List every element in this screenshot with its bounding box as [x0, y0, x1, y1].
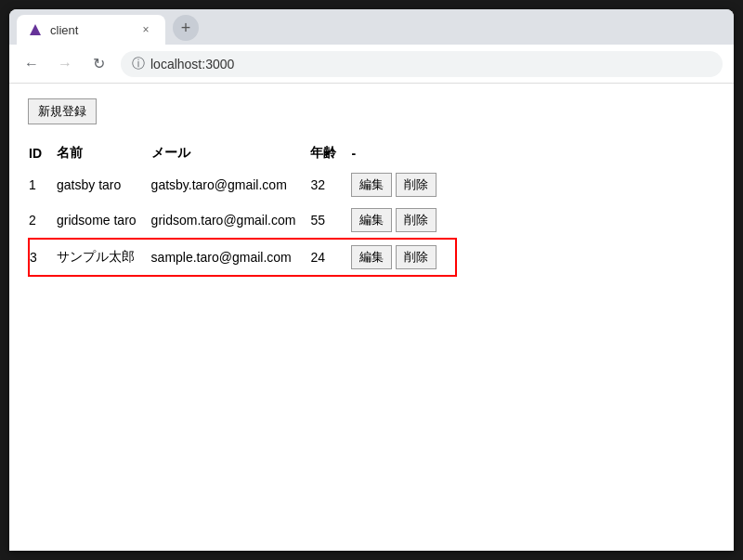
- column-header-age: 年齢: [310, 139, 351, 167]
- new-tab-button[interactable]: +: [173, 15, 199, 41]
- cell-actions: 編集削除: [351, 202, 456, 239]
- column-header-name: 名前: [57, 139, 151, 167]
- cell-id: 3: [29, 239, 57, 276]
- back-button[interactable]: ←: [20, 53, 43, 75]
- title-bar: client × +: [9, 9, 734, 45]
- svg-marker-0: [30, 24, 41, 35]
- cell-actions: 編集削除: [351, 167, 456, 202]
- url-info-icon: ⓘ: [132, 56, 145, 72]
- table-row: 3サンプル太郎sample.taro@gmail.com24編集削除: [29, 239, 456, 276]
- column-header-email: メール: [151, 139, 311, 167]
- new-registration-button[interactable]: 新規登録: [28, 98, 97, 124]
- cell-id: 2: [29, 202, 57, 239]
- cell-name: gridsome taro: [57, 202, 151, 239]
- cell-actions: 編集削除: [351, 239, 456, 276]
- tab-title: client: [50, 23, 130, 37]
- table-header-row: ID 名前 メール 年齢 -: [29, 139, 456, 167]
- cell-name: gatsby taro: [57, 167, 151, 202]
- cell-age: 32: [310, 167, 351, 202]
- table-row: 1gatsby tarogatsby.taro@gmail.com32編集削除: [29, 167, 456, 202]
- tab-close-button[interactable]: ×: [137, 21, 154, 38]
- table-row: 2gridsome tarogridsom.taro@gmail.com55編集…: [29, 202, 456, 239]
- browser-tab[interactable]: client ×: [17, 15, 165, 45]
- cell-age: 24: [310, 239, 351, 276]
- delete-button[interactable]: 削除: [396, 173, 437, 197]
- column-header-actions: -: [351, 139, 456, 167]
- cell-email: sample.taro@gmail.com: [151, 239, 311, 276]
- edit-button[interactable]: 編集: [351, 245, 392, 269]
- edit-button[interactable]: 編集: [351, 173, 392, 197]
- delete-button[interactable]: 削除: [396, 245, 437, 269]
- cell-email: gatsby.taro@gmail.com: [151, 167, 311, 202]
- browser-window: client × + ← → ↻ ⓘ localhost:3000 新規登録 I…: [9, 9, 734, 551]
- users-table: ID 名前 メール 年齢 - 1gatsby tarogatsby.taro@g…: [28, 139, 457, 277]
- cell-id: 1: [29, 167, 57, 202]
- page-content: 新規登録 ID 名前 メール 年齢 - 1gatsby tarogatsby.t…: [9, 84, 734, 551]
- address-bar: ← → ↻ ⓘ localhost:3000: [9, 45, 734, 84]
- forward-button[interactable]: →: [54, 53, 76, 75]
- edit-button[interactable]: 編集: [351, 208, 392, 232]
- delete-button[interactable]: 削除: [396, 208, 437, 232]
- cell-name: サンプル太郎: [57, 239, 151, 276]
- reload-button[interactable]: ↻: [87, 53, 110, 75]
- cell-age: 55: [310, 202, 351, 239]
- tab-favicon-icon: [28, 22, 43, 37]
- cell-email: gridsom.taro@gmail.com: [151, 202, 311, 239]
- url-text: localhost:3000: [150, 57, 234, 72]
- column-header-id: ID: [29, 139, 57, 167]
- url-bar[interactable]: ⓘ localhost:3000: [121, 51, 723, 77]
